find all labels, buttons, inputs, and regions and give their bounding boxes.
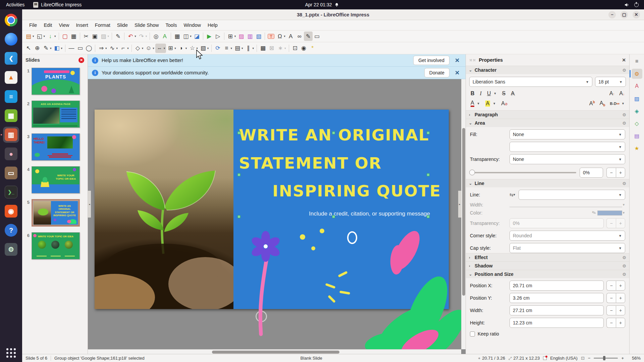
special-character-dropdown-icon[interactable]: ▾: [284, 35, 285, 38]
clone-formatting-button[interactable]: ✎: [114, 32, 122, 41]
insert-comment-button[interactable]: ▭: [313, 32, 321, 41]
subscript-button[interactable]: Ab: [600, 100, 605, 107]
basic-shapes-dropdown-icon[interactable]: ▾: [142, 47, 144, 50]
vscode-launcher[interactable]: ❮: [3, 50, 19, 66]
display-views-button[interactable]: ◫▾: [181, 32, 193, 41]
special-character-button[interactable]: Ω▾: [275, 32, 286, 41]
fit-slide-button[interactable]: ⊡: [581, 356, 585, 361]
height-field[interactable]: 12.23 cm: [509, 318, 604, 328]
italic-button[interactable]: I: [480, 90, 482, 97]
animation-button[interactable]: *: [308, 44, 317, 53]
save-dropdown-icon[interactable]: ▾: [54, 35, 56, 38]
insert-table-button[interactable]: ⊞▾: [226, 32, 237, 41]
section-shadow[interactable]: › Shadow ⚙: [466, 261, 629, 270]
menu-help[interactable]: Help: [205, 21, 221, 29]
slide-title-line-2[interactable]: STATEMENT OR: [239, 154, 382, 172]
save-button[interactable]: ↓▾: [46, 32, 57, 41]
object-size-indicator[interactable]: ⤢ 27.21 x 12.23: [508, 356, 540, 361]
insert-table-dropdown-icon[interactable]: ▾: [234, 35, 236, 38]
shapes-tab[interactable]: ◇: [632, 118, 642, 128]
menu-format[interactable]: Format: [92, 21, 113, 29]
section-options-icon[interactable]: ⚙: [622, 181, 626, 186]
menu-edit[interactable]: Edit: [41, 21, 55, 29]
start-from-current-slide-button[interactable]: ▷: [214, 32, 222, 41]
menu-window[interactable]: Window: [180, 21, 204, 29]
cap-style-select[interactable]: Flat ▼: [509, 243, 625, 253]
transparency-type-select[interactable]: None ▼: [509, 154, 625, 164]
slide-title-line-1[interactable]: WRITE AN ORIGINAL: [239, 126, 429, 144]
flowchart-shapes-button[interactable]: ⊞▾: [166, 44, 177, 53]
distribute-button[interactable]: ∥▾: [244, 44, 255, 53]
terminal-launcher[interactable]: ❯_: [3, 184, 19, 200]
hide-sidebar-handle[interactable]: ▸: [458, 191, 461, 218]
curves-polygons-button[interactable]: ∿▾: [108, 44, 119, 53]
get-involved-button[interactable]: Get involved: [413, 56, 449, 65]
arrange-button[interactable]: ▤▾: [233, 44, 244, 53]
highlight-color-button[interactable]: A: [485, 101, 490, 107]
slide-layout-label[interactable]: Blank Slide: [301, 356, 322, 361]
animation-tab[interactable]: ★: [632, 143, 642, 153]
spacing-dropdown-icon[interactable]: ▼: [622, 102, 625, 105]
vlc-launcher[interactable]: ▲: [3, 69, 19, 85]
shrink-font-button[interactable]: A↓: [619, 90, 625, 97]
flowchart-shapes-dropdown-icon[interactable]: ▾: [174, 47, 176, 50]
transparency-percent-field[interactable]: 0%: [580, 168, 603, 178]
open-dropdown-icon[interactable]: ▾: [44, 35, 45, 38]
connectors-button[interactable]: ⌐▾: [119, 44, 130, 53]
line-color-button[interactable]: ✎▾: [42, 44, 53, 53]
curves-polygons-dropdown-icon[interactable]: ▾: [116, 47, 118, 50]
align-objects-button[interactable]: ≡▾: [222, 44, 233, 53]
vertical-scrollbar[interactable]: [461, 79, 466, 349]
clock-menu[interactable]: Apr 22 01:32: [305, 2, 339, 7]
character-spacing-button[interactable]: B-D⇿: [610, 102, 620, 106]
maximize-button[interactable]: ▢: [621, 11, 628, 18]
height-plus-button[interactable]: +: [616, 318, 625, 328]
menu-slideshow[interactable]: Slide Show: [131, 21, 162, 29]
zoom-slider[interactable]: [594, 358, 618, 359]
line-color-dropdown-icon[interactable]: ▾: [50, 47, 52, 50]
redo-dropdown-icon[interactable]: ▾: [146, 35, 147, 38]
font-name-select[interactable]: Liberation Sans ▼: [469, 77, 592, 87]
ubuntu-software-launcher[interactable]: ◉: [3, 203, 19, 219]
transparency-minus-button[interactable]: −: [606, 168, 616, 178]
panel-drag-handle[interactable]: ⁙⁙: [469, 58, 476, 62]
height-minus-button[interactable]: −: [606, 318, 616, 328]
show-draw-functions-button[interactable]: ✎: [304, 32, 313, 41]
font-color-button[interactable]: A: [471, 100, 474, 107]
width-minus-button[interactable]: −: [606, 305, 616, 315]
slide-thumbnail-5-selected[interactable]: 5 WRITE AN ORIGINAL STATEMENT OR INSPIRI…: [22, 199, 86, 227]
select-button[interactable]: ↖: [24, 44, 33, 53]
help-launcher[interactable]: ?: [3, 222, 19, 238]
files-launcher[interactable]: ▭: [3, 165, 19, 181]
clear-formatting-button[interactable]: A⊘: [501, 101, 507, 107]
copy-button[interactable]: ▣: [91, 32, 99, 41]
shadow-text-button[interactable]: A: [511, 90, 515, 97]
activities-button[interactable]: Activities: [6, 2, 24, 7]
section-paragraph[interactable]: › Paragraph ⚙: [466, 110, 629, 119]
section-options-icon[interactable]: ⚙: [622, 263, 626, 268]
menu-view[interactable]: View: [56, 21, 72, 29]
hyperlink-button[interactable]: ∞: [295, 32, 304, 41]
callout-shapes-dropdown-icon[interactable]: ▾: [185, 47, 187, 50]
symbol-shapes-button[interactable]: ☺▾: [144, 44, 155, 53]
position-x-plus-button[interactable]: +: [616, 281, 625, 291]
align-objects-dropdown-icon[interactable]: ▾: [230, 47, 232, 50]
slide-thumbnail-4[interactable]: 4 WRITE YOUR TOPIC OR IDEA: [22, 166, 86, 193]
section-area[interactable]: ⌄ Area ⚙: [466, 119, 629, 127]
font-size-select[interactable]: 18 pt ▼: [595, 77, 626, 87]
section-options-icon[interactable]: ⚙: [622, 255, 626, 260]
gallery-tab[interactable]: ▨: [632, 94, 642, 104]
new-button[interactable]: ▤▾: [24, 32, 35, 41]
slide-canvas-area[interactable]: i Help us make LibreOffice even better! …: [88, 54, 466, 354]
section-effect[interactable]: › Effect ⚙: [466, 253, 629, 261]
properties-close-icon[interactable]: ✕: [622, 57, 626, 63]
libreoffice-impress-launcher[interactable]: ▥: [3, 127, 19, 143]
connectors-dropdown-icon[interactable]: ▾: [127, 47, 129, 50]
underline-dropdown-icon[interactable]: ▼: [493, 92, 496, 95]
spelling-button[interactable]: A: [160, 32, 169, 41]
rotate-button[interactable]: ⟳: [213, 44, 222, 53]
open-button[interactable]: ◱▾: [35, 32, 46, 41]
selection-handle-sw[interactable]: [237, 215, 240, 218]
grow-font-button[interactable]: A↑: [609, 90, 615, 97]
strikethrough-button[interactable]: S: [502, 90, 505, 97]
